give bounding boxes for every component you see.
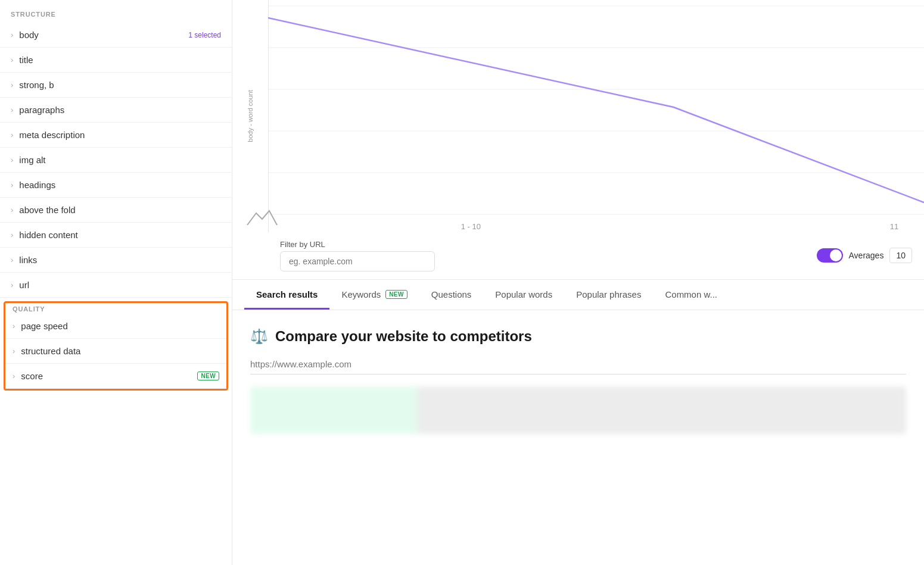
chevron-icon: › <box>11 155 13 164</box>
tab-common-w[interactable]: Common w... <box>653 280 729 310</box>
chevron-icon: › <box>13 372 15 380</box>
svg-text:11: 11 <box>890 222 898 231</box>
chevron-icon: › <box>11 105 13 114</box>
sidebar-item-label: paragraphs <box>19 105 221 115</box>
tab-keywords[interactable]: Keywords NEW <box>329 280 419 310</box>
tab-popular-phrases[interactable]: Popular phrases <box>564 280 653 310</box>
quality-section: QUALITY › page speed › structured data ›… <box>4 301 228 391</box>
sidebar-item-hidden[interactable]: › hidden content <box>0 223 232 248</box>
sidebar-item-abovefold[interactable]: › above the fold <box>0 198 232 223</box>
sidebar-item-label: img alt <box>19 155 221 165</box>
sidebar-item-pagespeed[interactable]: › page speed <box>5 314 226 339</box>
y-axis-label: body - word count <box>247 90 254 142</box>
chevron-icon: › <box>13 347 15 355</box>
sidebar-item-label: title <box>19 55 221 65</box>
sidebar-item-imgalt[interactable]: › img alt <box>0 148 232 173</box>
sidebar-item-links[interactable]: › links <box>0 248 232 273</box>
tab-search-results[interactable]: Search results <box>244 280 329 310</box>
sidebar-item-label: body <box>19 30 188 40</box>
chevron-icon: › <box>13 321 15 330</box>
sidebar-item-structureddata[interactable]: › structured data <box>5 339 226 364</box>
sidebar-item-label: score <box>21 371 192 381</box>
averages-label: Averages <box>849 251 884 260</box>
chevron-icon: › <box>11 80 13 89</box>
tabs-bar: Search results Keywords NEW Questions Po… <box>232 280 924 310</box>
selected-badge: 1 selected <box>188 31 221 39</box>
chart-mini-icon <box>244 208 280 229</box>
chevron-icon: › <box>11 255 13 264</box>
svg-text:1 - 10: 1 - 10 <box>461 222 481 231</box>
tab-popular-words[interactable]: Popular words <box>483 280 564 310</box>
sidebar-item-score[interactable]: › score NEW <box>5 364 226 389</box>
filter-url-label: Filter by URL <box>280 240 435 249</box>
chevron-icon: › <box>11 205 13 214</box>
keywords-new-badge: NEW <box>385 290 407 299</box>
main-panel: body - word count 3,200 3,000 2,800 2,60… <box>232 0 924 565</box>
sidebar-item-title[interactable]: › title <box>0 48 232 73</box>
bottom-content: ⚖️ Compare your website to competitors <box>232 310 924 565</box>
sidebar-item-label: structured data <box>21 346 219 356</box>
sidebar-item-label: page speed <box>21 321 219 331</box>
sidebar-item-label: above the fold <box>19 205 221 215</box>
chart-svg: 3,200 3,000 2,800 2,600 2,400 1 - 10 11 <box>268 0 924 232</box>
filter-url-group: Filter by URL <box>280 240 435 271</box>
sidebar-item-paragraphs[interactable]: › paragraphs <box>0 98 232 123</box>
averages-toggle[interactable] <box>817 248 843 263</box>
sidebar-item-label: headings <box>19 180 221 190</box>
sidebar-item-label: links <box>19 255 221 265</box>
chart-area: body - word count 3,200 3,000 2,800 2,60… <box>232 0 924 280</box>
sidebar-item-label: strong, b <box>19 80 221 90</box>
tab-questions[interactable]: Questions <box>419 280 484 310</box>
chevron-icon: › <box>11 30 13 39</box>
sidebar-item-label: url <box>19 280 221 290</box>
sidebar-item-headings[interactable]: › headings <box>0 173 232 198</box>
chevron-icon: › <box>11 130 13 139</box>
compare-url-input[interactable] <box>250 354 906 374</box>
sidebar-item-url[interactable]: › url <box>0 273 232 298</box>
sidebar-item-label: meta description <box>19 130 221 140</box>
averages-number[interactable]: 10 <box>889 248 912 263</box>
averages-group: Averages 10 <box>817 248 912 263</box>
chevron-icon: › <box>11 180 13 189</box>
sidebar: STRUCTURE › body 1 selected › title › st… <box>0 0 232 565</box>
filter-url-input[interactable] <box>280 251 435 271</box>
structure-section-title: STRUCTURE <box>0 0 232 23</box>
sidebar-item-body[interactable]: › body 1 selected <box>0 23 232 48</box>
blur-placeholder <box>250 386 906 434</box>
sidebar-item-label: hidden content <box>19 230 221 240</box>
new-badge: NEW <box>197 372 219 380</box>
chevron-icon: › <box>11 230 13 239</box>
sidebar-item-strong[interactable]: › strong, b <box>0 73 232 98</box>
sidebar-item-meta[interactable]: › meta description <box>0 123 232 148</box>
compare-icon: ⚖️ <box>250 328 268 345</box>
chevron-icon: › <box>11 280 13 289</box>
chevron-icon: › <box>11 55 13 64</box>
chart-controls: Filter by URL Averages 10 <box>232 232 924 279</box>
compare-heading-text: Compare your website to competitors <box>275 328 532 345</box>
compare-heading: ⚖️ Compare your website to competitors <box>250 328 906 345</box>
